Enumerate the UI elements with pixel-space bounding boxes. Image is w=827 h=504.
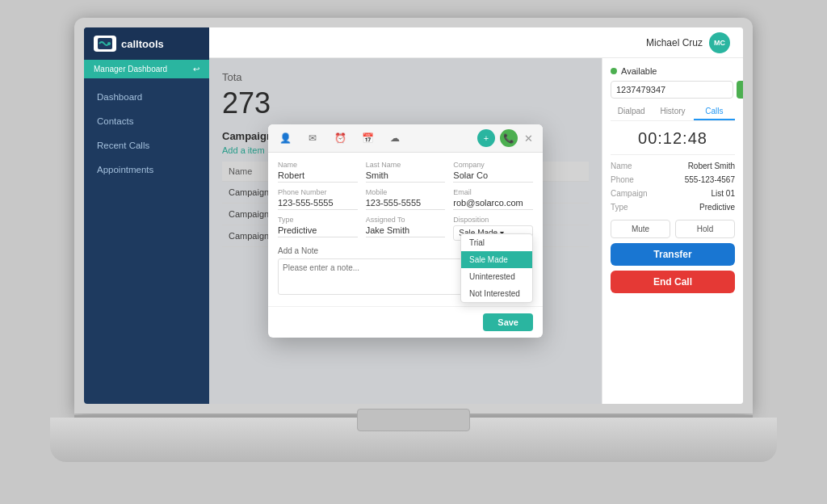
disposition-option-sale-made[interactable]: Sale Made: [461, 251, 532, 268]
end-call-button[interactable]: End Call: [611, 271, 735, 293]
mute-button[interactable]: Mute: [611, 220, 670, 238]
type-field: Type Predictive: [278, 216, 358, 237]
mobile-field: Mobile 123-555-5555: [366, 188, 446, 210]
type-value: Predictive: [699, 203, 735, 212]
laptop-base: [50, 418, 777, 462]
name-info-row: Name Robert Smith: [611, 162, 735, 170]
disposition-popup: Trial Sale Made Uninterested Not Interes…: [460, 233, 533, 303]
contact-row: Phone Number 123-555-5555 Mobile 123-555…: [278, 188, 533, 210]
main-content: Michael Cruz MC Tota 273 Campaigns Add a…: [209, 27, 743, 404]
contact-modal: 👤 ✉ ⏰ 📅 ☁ + 📞: [268, 124, 543, 338]
sidebar: calltools Manager Dashboard ↩ Dashboard …: [84, 27, 209, 404]
type-label: Type: [611, 203, 628, 212]
right-panel: Available Call Dialpad History Calls: [602, 58, 743, 404]
user-name: Michael Cruz: [646, 37, 703, 48]
center-panel: Tota 273 Campaigns Add a item Name Dial: [209, 58, 602, 404]
top-header: Michael Cruz MC: [209, 27, 743, 58]
sidebar-item-dashboard[interactable]: Dashboard: [84, 85, 209, 109]
logo-area: calltools: [84, 27, 209, 60]
name-label: Name: [611, 162, 632, 170]
campaign-label: Campaign: [611, 189, 648, 198]
manager-dashboard-bar[interactable]: Manager Dashboard ↩: [84, 60, 209, 78]
disposition-option-trial[interactable]: Trial: [461, 234, 532, 251]
tab-history[interactable]: History: [652, 103, 693, 120]
status-text: Available: [621, 66, 657, 76]
assigned-field: Assigned To Jake Smith: [366, 216, 446, 237]
logo-text: calltools: [121, 38, 164, 50]
logo-icon: [94, 36, 116, 52]
phone-field: Phone Number 123-555-5555: [278, 188, 358, 210]
sidebar-item-contacts[interactable]: Contacts: [84, 109, 209, 133]
sidebar-nav: Dashboard Contacts Recent Calls Appointm…: [84, 78, 209, 182]
modal-tab-calendar[interactable]: 📅: [359, 129, 376, 147]
tab-calls[interactable]: Calls: [694, 103, 735, 120]
phone-info-row: Phone 555-123-4567: [611, 175, 735, 184]
first-name-field: Name Robert: [278, 161, 358, 183]
svg-point-1: [107, 42, 111, 45]
modal-body: Name Robert Last Name Smith: [268, 153, 543, 306]
save-button[interactable]: Save: [483, 313, 533, 331]
campaign-value: List 01: [712, 189, 735, 198]
user-avatar: MC: [709, 32, 730, 53]
name-value: Robert Smith: [688, 162, 735, 170]
sidebar-item-appointments[interactable]: Appointments: [84, 158, 209, 182]
type-info-row: Type Predictive: [611, 203, 735, 212]
modal-tab-contact[interactable]: 👤: [276, 129, 294, 147]
modal-tab-mail[interactable]: ✉: [304, 129, 321, 147]
page-body: Tota 273 Campaigns Add a item Name Dial: [209, 58, 743, 404]
campaign-info-row: Campaign List 01: [611, 189, 735, 198]
phone-input[interactable]: [611, 81, 733, 99]
sidebar-item-recent-calls[interactable]: Recent Calls: [84, 133, 209, 158]
disposition-option-not-interested[interactable]: Not Interested: [461, 285, 532, 302]
modal-header-right: + 📞 ✕: [477, 129, 535, 147]
disposition-option-uninterested[interactable]: Uninterested: [461, 268, 532, 285]
company-field: Company Solar Co: [453, 161, 533, 183]
status-indicator: Available: [611, 66, 735, 76]
type-row: Type Predictive Assigned To Jake Smith: [278, 216, 533, 241]
laptop-trackpad: [357, 409, 470, 431]
phone-label: Phone: [611, 175, 634, 184]
modal-tabs: 👤 ✉ ⏰ 📅 ☁: [276, 129, 404, 147]
disposition-field: Disposition Sale Made ▾ Trial Sale Made …: [453, 216, 533, 241]
user-info: Michael Cruz MC: [646, 32, 730, 53]
call-button[interactable]: Call: [737, 81, 743, 99]
modal-close-button[interactable]: ✕: [523, 132, 535, 145]
phone-input-row: Call: [611, 81, 735, 99]
modal-phone-button[interactable]: 📞: [500, 129, 518, 147]
name-row: Name Robert Last Name Smith: [278, 161, 533, 183]
call-tabs: Dialpad History Calls: [611, 103, 735, 121]
email-field: Email rob@solarco.com: [453, 188, 533, 210]
modal-tab-cloud[interactable]: ☁: [386, 129, 404, 147]
hold-button[interactable]: Hold: [675, 220, 735, 238]
last-name-field: Last Name Smith: [366, 161, 446, 183]
modal-footer: Save: [268, 306, 543, 338]
mute-hold-row: Mute Hold: [611, 220, 735, 238]
call-timer: 00:12:48: [611, 129, 735, 148]
tab-dialpad[interactable]: Dialpad: [611, 103, 652, 120]
divider: [611, 154, 735, 155]
modal-add-button[interactable]: +: [477, 129, 495, 147]
phone-value: 555-123-4567: [685, 175, 735, 184]
transfer-button[interactable]: Transfer: [611, 243, 735, 266]
modal-tab-clock[interactable]: ⏰: [331, 129, 349, 147]
modal-overlay: 👤 ✉ ⏰ 📅 ☁ + 📞: [209, 58, 602, 404]
status-dot: [611, 68, 617, 74]
modal-header: 👤 ✉ ⏰ 📅 ☁ + 📞: [268, 124, 543, 153]
